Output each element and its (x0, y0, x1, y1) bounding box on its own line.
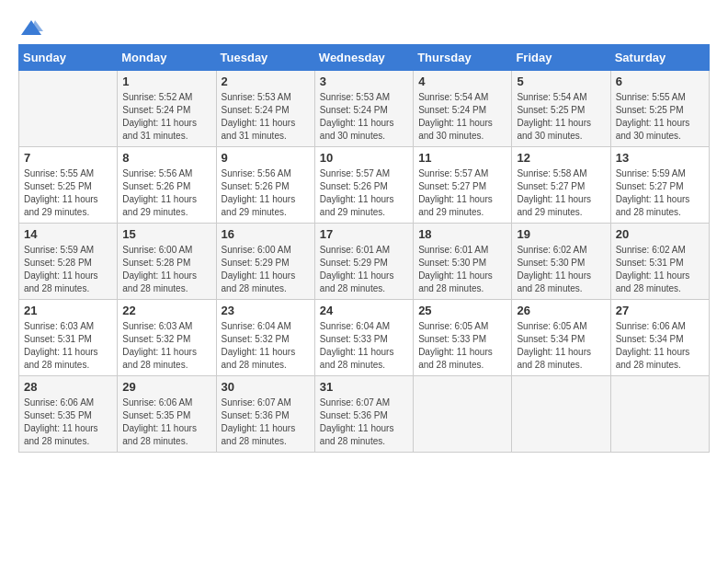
header-tuesday: Tuesday (216, 45, 314, 71)
calendar-cell (610, 376, 709, 453)
calendar-week-1: 1Sunrise: 5:52 AMSunset: 5:24 PMDaylight… (19, 71, 710, 147)
day-number: 13 (616, 151, 704, 165)
header-thursday: Thursday (414, 45, 512, 71)
day-info: Sunrise: 6:01 AMSunset: 5:29 PMDaylight:… (320, 244, 408, 295)
day-info: Sunrise: 6:04 AMSunset: 5:32 PMDaylight:… (222, 320, 310, 372)
calendar-cell (414, 376, 512, 453)
day-number: 21 (24, 304, 112, 317)
calendar-header-row: SundayMondayTuesdayWednesdayThursdayFrid… (19, 45, 710, 71)
day-info: Sunrise: 5:59 AMSunset: 5:27 PMDaylight:… (616, 167, 704, 219)
day-number: 29 (122, 380, 210, 394)
day-info: Sunrise: 5:55 AMSunset: 5:25 PMDaylight:… (616, 91, 704, 143)
day-info: Sunrise: 6:01 AMSunset: 5:30 PMDaylight:… (418, 244, 506, 295)
calendar-cell: 15Sunrise: 6:00 AMSunset: 5:28 PMDayligh… (118, 224, 216, 300)
day-info: Sunrise: 6:02 AMSunset: 5:30 PMDaylight:… (517, 244, 605, 295)
day-info: Sunrise: 5:52 AMSunset: 5:24 PMDaylight:… (122, 91, 210, 143)
calendar-cell: 23Sunrise: 6:04 AMSunset: 5:32 PMDayligh… (216, 300, 314, 376)
day-info: Sunrise: 5:57 AMSunset: 5:26 PMDaylight:… (320, 167, 408, 219)
calendar-cell: 18Sunrise: 6:01 AMSunset: 5:30 PMDayligh… (414, 224, 512, 300)
calendar-cell: 5Sunrise: 5:54 AMSunset: 5:25 PMDaylight… (512, 71, 610, 147)
day-number: 27 (616, 304, 704, 317)
day-info: Sunrise: 5:56 AMSunset: 5:26 PMDaylight:… (222, 167, 310, 219)
calendar-cell: 14Sunrise: 5:59 AMSunset: 5:28 PMDayligh… (19, 224, 118, 300)
day-info: Sunrise: 5:58 AMSunset: 5:27 PMDaylight:… (517, 167, 605, 219)
calendar-cell: 4Sunrise: 5:54 AMSunset: 5:24 PMDaylight… (414, 71, 512, 147)
day-number: 28 (24, 380, 112, 394)
header-sunday: Sunday (19, 45, 118, 71)
day-number: 4 (418, 75, 506, 88)
day-number: 9 (222, 151, 310, 165)
day-info: Sunrise: 5:54 AMSunset: 5:25 PMDaylight:… (517, 91, 605, 143)
day-info: Sunrise: 5:56 AMSunset: 5:26 PMDaylight:… (122, 167, 210, 219)
calendar-cell: 19Sunrise: 6:02 AMSunset: 5:30 PMDayligh… (512, 224, 610, 300)
calendar-week-4: 21Sunrise: 6:03 AMSunset: 5:31 PMDayligh… (19, 300, 710, 376)
calendar-table: SundayMondayTuesdayWednesdayThursdayFrid… (18, 44, 710, 453)
day-number: 10 (320, 151, 408, 165)
header-monday: Monday (118, 45, 216, 71)
calendar-cell: 22Sunrise: 6:03 AMSunset: 5:32 PMDayligh… (118, 300, 216, 376)
day-number: 1 (122, 75, 210, 88)
header-saturday: Saturday (610, 45, 709, 71)
day-number: 19 (517, 227, 605, 241)
day-info: Sunrise: 6:03 AMSunset: 5:32 PMDaylight:… (122, 320, 210, 372)
day-info: Sunrise: 5:54 AMSunset: 5:24 PMDaylight:… (418, 91, 506, 143)
day-info: Sunrise: 6:05 AMSunset: 5:33 PMDaylight:… (418, 320, 506, 372)
day-number: 26 (517, 304, 605, 317)
day-number: 18 (418, 227, 506, 241)
day-number: 5 (517, 75, 605, 88)
day-number: 14 (24, 227, 112, 241)
day-info: Sunrise: 5:55 AMSunset: 5:25 PMDaylight:… (24, 167, 112, 219)
calendar-week-5: 28Sunrise: 6:06 AMSunset: 5:35 PMDayligh… (19, 376, 710, 453)
calendar-cell: 20Sunrise: 6:02 AMSunset: 5:31 PMDayligh… (610, 224, 709, 300)
day-number: 20 (616, 227, 704, 241)
day-info: Sunrise: 5:59 AMSunset: 5:28 PMDaylight:… (24, 244, 112, 295)
day-number: 3 (320, 75, 408, 88)
day-info: Sunrise: 6:06 AMSunset: 5:35 PMDaylight:… (122, 396, 210, 448)
day-number: 11 (418, 151, 506, 165)
calendar-week-2: 7Sunrise: 5:55 AMSunset: 5:25 PMDaylight… (19, 147, 710, 224)
day-number: 25 (418, 304, 506, 317)
calendar-cell: 6Sunrise: 5:55 AMSunset: 5:25 PMDaylight… (610, 71, 709, 147)
day-number: 15 (122, 227, 210, 241)
day-number: 12 (517, 151, 605, 165)
day-info: Sunrise: 6:07 AMSunset: 5:36 PMDaylight:… (320, 396, 408, 448)
calendar-week-3: 14Sunrise: 5:59 AMSunset: 5:28 PMDayligh… (19, 224, 710, 300)
calendar-cell: 26Sunrise: 6:05 AMSunset: 5:34 PMDayligh… (512, 300, 610, 376)
page-header (18, 18, 710, 35)
calendar-cell: 30Sunrise: 6:07 AMSunset: 5:36 PMDayligh… (216, 376, 314, 453)
day-number: 30 (222, 380, 310, 394)
calendar-cell: 29Sunrise: 6:06 AMSunset: 5:35 PMDayligh… (118, 376, 216, 453)
day-number: 16 (222, 227, 310, 241)
logo-icon (19, 18, 43, 39)
day-info: Sunrise: 6:02 AMSunset: 5:31 PMDaylight:… (616, 244, 704, 295)
day-number: 7 (24, 151, 112, 165)
calendar-cell: 7Sunrise: 5:55 AMSunset: 5:25 PMDaylight… (19, 147, 118, 224)
day-info: Sunrise: 6:04 AMSunset: 5:33 PMDaylight:… (320, 320, 408, 372)
day-number: 8 (122, 151, 210, 165)
calendar-body: 1Sunrise: 5:52 AMSunset: 5:24 PMDaylight… (19, 71, 710, 453)
day-number: 17 (320, 227, 408, 241)
day-number: 6 (616, 75, 704, 88)
calendar-cell: 17Sunrise: 6:01 AMSunset: 5:29 PMDayligh… (314, 224, 413, 300)
day-number: 31 (320, 380, 408, 394)
header-wednesday: Wednesday (314, 45, 413, 71)
day-info: Sunrise: 6:00 AMSunset: 5:28 PMDaylight:… (122, 244, 210, 295)
day-number: 24 (320, 304, 408, 317)
day-number: 2 (222, 75, 310, 88)
day-info: Sunrise: 6:07 AMSunset: 5:36 PMDaylight:… (222, 396, 310, 448)
calendar-cell: 3Sunrise: 5:53 AMSunset: 5:24 PMDaylight… (314, 71, 413, 147)
calendar-cell: 8Sunrise: 5:56 AMSunset: 5:26 PMDaylight… (118, 147, 216, 224)
calendar-cell: 10Sunrise: 5:57 AMSunset: 5:26 PMDayligh… (314, 147, 413, 224)
day-info: Sunrise: 6:06 AMSunset: 5:35 PMDaylight:… (24, 396, 112, 448)
calendar-cell (512, 376, 610, 453)
day-info: Sunrise: 6:03 AMSunset: 5:31 PMDaylight:… (24, 320, 112, 372)
calendar-cell: 13Sunrise: 5:59 AMSunset: 5:27 PMDayligh… (610, 147, 709, 224)
calendar-cell: 12Sunrise: 5:58 AMSunset: 5:27 PMDayligh… (512, 147, 610, 224)
calendar-cell: 16Sunrise: 6:00 AMSunset: 5:29 PMDayligh… (216, 224, 314, 300)
calendar-cell: 1Sunrise: 5:52 AMSunset: 5:24 PMDaylight… (118, 71, 216, 147)
calendar-cell: 21Sunrise: 6:03 AMSunset: 5:31 PMDayligh… (19, 300, 118, 376)
day-info: Sunrise: 6:06 AMSunset: 5:34 PMDaylight:… (616, 320, 704, 372)
calendar-cell: 28Sunrise: 6:06 AMSunset: 5:35 PMDayligh… (19, 376, 118, 453)
day-info: Sunrise: 6:05 AMSunset: 5:34 PMDaylight:… (517, 320, 605, 372)
calendar-cell: 31Sunrise: 6:07 AMSunset: 5:36 PMDayligh… (314, 376, 413, 453)
